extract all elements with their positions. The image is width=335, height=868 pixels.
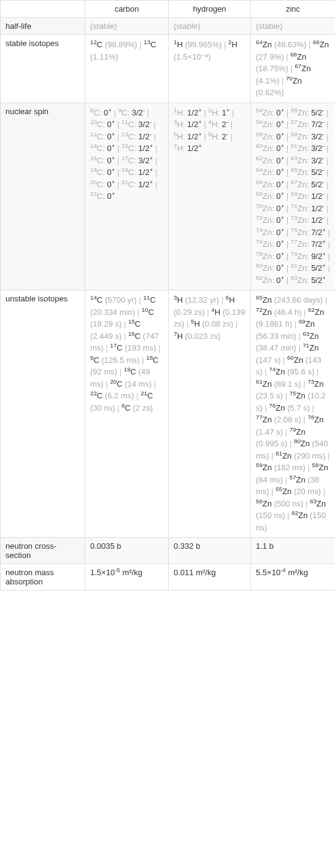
cell-stable-c: 12C (98.89%) | 13C (1.11%) bbox=[85, 35, 169, 103]
cell-ncs-h: 0.332 b bbox=[169, 538, 251, 564]
cell-half-life-h: (stable) bbox=[169, 18, 251, 35]
label-half-life: half-life bbox=[1, 18, 85, 35]
row-half-life: half-life (stable) (stable) (stable) bbox=[1, 18, 336, 35]
cell-spin-z: 54Zn: 0+ | 55Zn: 5/2- | 56Zn: 0+ | 57Zn:… bbox=[251, 103, 336, 290]
cell-nma-c: 1.5×10-5 m²/kg bbox=[85, 564, 169, 591]
header-zinc: zinc bbox=[251, 1, 336, 18]
cell-unstable-h: 3H (12.32 yr) | 6H (0.29 zs) | 4H (0.139… bbox=[169, 290, 251, 538]
cell-nma-z: 5.5×10-4 m²/kg bbox=[251, 564, 336, 591]
cell-stable-z: 64Zn (48.63%) | 66Zn (27.9%) | 68Zn (18.… bbox=[251, 35, 336, 103]
header-carbon: carbon bbox=[85, 1, 169, 18]
row-nuclear-spin: nuclear spin 8C: 0+ | 9C: 3/2- | 10C: 0+… bbox=[1, 103, 336, 290]
label-nuclear-spin: nuclear spin bbox=[1, 103, 85, 290]
cell-ncs-c: 0.0035 b bbox=[85, 538, 169, 564]
label-neutron-cross-section: neutron cross-section bbox=[1, 538, 85, 564]
header-blank bbox=[1, 1, 85, 18]
row-unstable-isotopes: unstable isotopes 14C (5700 yr) | 11C (2… bbox=[1, 290, 336, 538]
row-stable-isotopes: stable isotopes 12C (98.89%) | 13C (1.11… bbox=[1, 35, 336, 103]
label-neutron-mass-absorption: neutron mass absorption bbox=[1, 564, 85, 591]
cell-unstable-c: 14C (5700 yr) | 11C (20.334 min) | 10C (… bbox=[85, 290, 169, 538]
row-neutron-cross-section: neutron cross-section 0.0035 b 0.332 b 1… bbox=[1, 538, 336, 564]
cell-ncs-z: 1.1 b bbox=[251, 538, 336, 564]
row-neutron-mass-absorption: neutron mass absorption 1.5×10-5 m²/kg 0… bbox=[1, 564, 336, 591]
cell-half-life-z: (stable) bbox=[251, 18, 336, 35]
cell-half-life-c: (stable) bbox=[85, 18, 169, 35]
cell-spin-c: 8C: 0+ | 9C: 3/2- | 10C: 0+ | 11C: 3/2- … bbox=[85, 103, 169, 290]
cell-nma-h: 0.011 m²/kg bbox=[169, 564, 251, 591]
cell-unstable-z: 65Zn (243.66 days) | 72Zn (46.4 h) | 62Z… bbox=[251, 290, 336, 538]
comparison-table: carbon hydrogen zinc half-life (stable) … bbox=[0, 0, 335, 591]
header-hydrogen: hydrogen bbox=[169, 1, 251, 18]
header-row: carbon hydrogen zinc bbox=[1, 1, 336, 18]
label-unstable-isotopes: unstable isotopes bbox=[1, 290, 85, 538]
label-stable-isotopes: stable isotopes bbox=[1, 35, 85, 103]
cell-spin-h: 1H: 1/2+ | 2H: 1+ | 3H: 1/2+ | 4H: 2- | … bbox=[169, 103, 251, 290]
cell-stable-h: 1H (99.985%) | 2H (1.5×10⁻⁴) bbox=[169, 35, 251, 103]
